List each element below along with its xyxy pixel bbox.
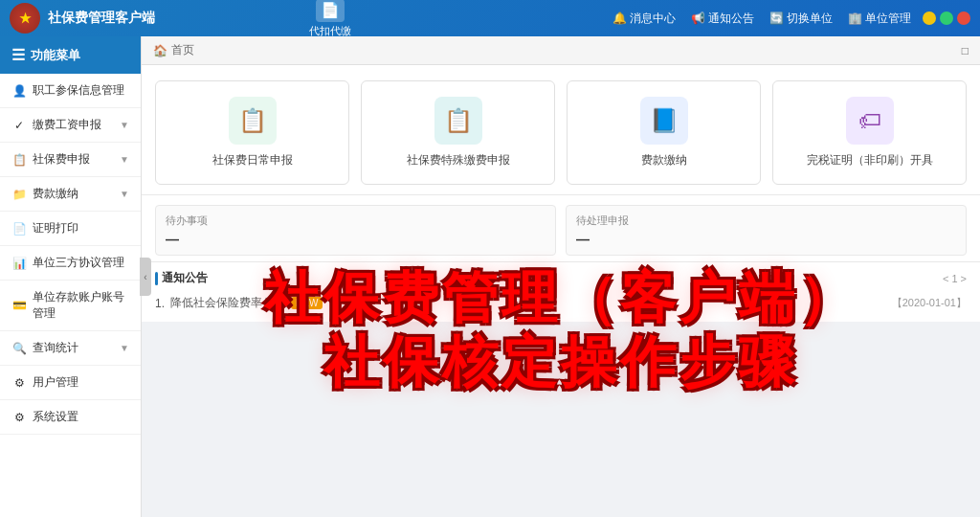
- stats-row: 待办事项 — 待处理申报 —: [142, 195, 980, 261]
- menu-icon: ☰: [11, 46, 25, 64]
- payment-icon: 📁: [11, 187, 27, 202]
- content-area: 🏠 首页 □ 📋 社保费日常申报 📋 社保费特殊缴费申报 📘 费款缴纳 🏷 完税…: [142, 36, 980, 517]
- notice-icon: 📢: [691, 11, 705, 25]
- notice-date: 【2020-01-01】: [892, 296, 967, 310]
- minimize-button[interactable]: [923, 11, 936, 25]
- fee-payment-icon: 📘: [640, 97, 688, 145]
- chevron-down-icon: ▼: [120, 120, 129, 130]
- sidebar-header: ☰ 功能菜单: [0, 36, 141, 74]
- settings-icon: ⚙: [11, 410, 27, 425]
- stat-pending: 待办事项 —: [155, 205, 556, 256]
- sidebar-item-declare[interactable]: 📋 社保费申报 ▼: [0, 143, 141, 177]
- query-icon: 🔍: [11, 341, 27, 356]
- declare-icon: 📋: [11, 152, 27, 168]
- notice-pagination[interactable]: < 1 >: [943, 273, 967, 284]
- print-icon: 📄: [11, 221, 27, 236]
- sidebar-item-employee[interactable]: 👤 职工参保信息管理: [0, 74, 141, 108]
- close-button[interactable]: [957, 11, 970, 25]
- home-icon: 🏠: [153, 44, 167, 57]
- tax-cert-icon: 🏷: [846, 97, 894, 145]
- employee-icon: 👤: [11, 83, 27, 99]
- sidebar-collapse-button[interactable]: ‹: [140, 258, 151, 296]
- new-badge: NEW: [291, 297, 323, 309]
- chevron-down-icon: ▼: [120, 189, 129, 199]
- unit-icon: 🏢: [848, 11, 862, 25]
- message-icon: 🔔: [612, 11, 627, 25]
- notice-left: 1. 降低社会保险费率公告 NEW: [155, 295, 323, 311]
- notice-action[interactable]: 📢 通知公告: [691, 11, 754, 27]
- notice-area: 通知公告 < 1 > 1. 降低社会保险费率公告 NEW 【2020-01-01…: [142, 261, 980, 322]
- chevron-down-icon: ▼: [120, 343, 129, 353]
- sidebar-item-user[interactable]: ⚙ 用户管理: [0, 366, 141, 400]
- sidebar-item-salary[interactable]: ✓ 缴费工资申报 ▼: [0, 108, 141, 143]
- sidebar-wrapper: ☰ 功能菜单 👤 职工参保信息管理 ✓ 缴费工资申报 ▼ 📋 社保费申报 ▼ 📁…: [0, 36, 142, 517]
- cards-area: 📋 社保费日常申报 📋 社保费特殊缴费申报 📘 费款缴纳 🏷 完税证明（非印刷）…: [142, 65, 980, 195]
- sidebar-item-settings[interactable]: ⚙ 系统设置: [0, 400, 141, 435]
- message-center[interactable]: 🔔 消息中心: [612, 11, 676, 27]
- sidebar-item-triparty[interactable]: 📊 单位三方协议管理: [0, 246, 141, 281]
- maximize-button[interactable]: [940, 11, 953, 25]
- notice-header: 通知公告 < 1 >: [155, 270, 967, 286]
- sidebar-item-query[interactable]: 🔍 查询统计 ▼: [0, 331, 141, 366]
- app-title: 社保费管理客户端: [48, 10, 290, 27]
- card-tax-cert[interactable]: 🏷 完税证明（非印刷）开具: [772, 80, 967, 185]
- card-fee-payment[interactable]: 📘 费款缴纳: [567, 80, 761, 185]
- account-icon: 💳: [11, 298, 27, 313]
- notice-item[interactable]: 1. 降低社会保险费率公告 NEW 【2020-01-01】: [155, 292, 967, 314]
- chevron-down-icon: ▼: [120, 154, 129, 165]
- nav-icon-daijiao[interactable]: 📄 代扣代缴: [309, 0, 351, 38]
- title-bar: ★ 社保费管理客户端 📄 代扣代缴 🔔 消息中心 📢 通知公告 🔄 切换单位 🏢…: [0, 0, 980, 36]
- switch-unit[interactable]: 🔄 切换单位: [769, 11, 833, 27]
- sidebar: ☰ 功能菜单 👤 职工参保信息管理 ✓ 缴费工资申报 ▼ 📋 社保费申报 ▼ 📁…: [0, 36, 142, 517]
- stat-declare: 待处理申报 —: [566, 205, 967, 256]
- daily-declare-icon: 📋: [229, 97, 277, 145]
- app-logo: ★: [10, 3, 40, 34]
- main-layout: ☰ 功能菜单 👤 职工参保信息管理 ✓ 缴费工资申报 ▼ 📋 社保费申报 ▼ 📁…: [0, 36, 980, 517]
- unit-manage[interactable]: 🏢 单位管理: [848, 11, 911, 27]
- switch-icon: 🔄: [769, 11, 784, 25]
- notice-index: 1.: [155, 297, 165, 310]
- triparty-icon: 📊: [11, 256, 27, 271]
- window-controls: [923, 11, 970, 25]
- nav-icon-box: 📄: [316, 0, 345, 22]
- sidebar-item-account[interactable]: 💳 单位存款账户账号管理: [0, 281, 141, 331]
- salary-icon: ✓: [11, 118, 27, 133]
- breadcrumb: 🏠 首页 □: [142, 36, 980, 65]
- card-daily-declare[interactable]: 📋 社保费日常申报: [155, 80, 349, 185]
- special-declare-icon: 📋: [434, 97, 482, 145]
- notice-text: 降低社会保险费率公告: [170, 295, 285, 311]
- card-special-declare[interactable]: 📋 社保费特殊缴费申报: [361, 80, 555, 185]
- sidebar-item-print[interactable]: 📄 证明打印: [0, 212, 141, 246]
- notice-title: 通知公告: [155, 270, 208, 286]
- sidebar-item-payment[interactable]: 📁 费款缴纳 ▼: [0, 177, 141, 212]
- header-actions: 🔔 消息中心 📢 通知公告 🔄 切换单位 🏢 单位管理: [612, 11, 911, 27]
- breadcrumb-separator: □: [962, 44, 969, 57]
- user-icon: ⚙: [11, 375, 27, 391]
